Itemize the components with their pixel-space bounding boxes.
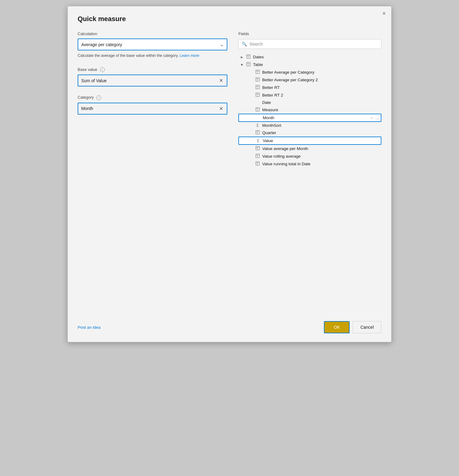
base-value-label: Base value i (78, 67, 227, 72)
better-avg-cat-2-label: Better Average per Category 2 (262, 78, 380, 82)
calculation-value: Average per category (81, 42, 220, 47)
post-idea-link[interactable]: Post an idea (78, 325, 101, 330)
search-input: Search (249, 42, 378, 46)
close-button[interactable]: × (382, 11, 386, 16)
svg-rect-21 (256, 130, 259, 134)
fields-tree: ► Dates ▼ (238, 53, 381, 168)
tree-item-date[interactable]: ► Date (238, 99, 381, 106)
svg-rect-12 (256, 85, 259, 89)
table-icon-measure (255, 107, 260, 112)
svg-rect-3 (247, 62, 250, 66)
better-rt-2-label: Better RT 2 (262, 93, 380, 97)
tree-item-month[interactable]: ► Month − … (238, 114, 381, 122)
value-avg-month-label: Value average per Month (262, 146, 380, 151)
svg-rect-24 (256, 146, 259, 150)
measure-label: Measure (262, 108, 380, 112)
tree-item-value-avg-month[interactable]: ► Value average per Month (238, 145, 381, 152)
tree-item-measure[interactable]: ► Measure (238, 106, 381, 114)
base-value-info-icon: i (100, 67, 105, 72)
ellipsis-icon[interactable]: … (375, 116, 379, 120)
search-icon: 🔍 (242, 42, 247, 46)
calculation-label: Calculation (78, 31, 227, 36)
better-rt-label: Better RT (262, 85, 380, 90)
cancel-button[interactable]: Cancel (353, 321, 381, 333)
tree-item-better-avg-cat[interactable]: ► Better Average per Category (238, 68, 381, 76)
tree-item-better-rt[interactable]: ► Better RT (238, 84, 381, 91)
tree-item-value-running[interactable]: ► Value running total in Date (238, 160, 381, 168)
chevron-down-icon: ⌄ (220, 42, 224, 47)
quarter-label: Quarter (262, 130, 380, 135)
tree-item-better-rt-2[interactable]: ► Better RT 2 (238, 91, 381, 99)
tree-item-better-avg-cat-2[interactable]: ► Better Average per Category 2 (238, 76, 381, 84)
svg-rect-27 (256, 154, 259, 158)
calculation-description: Calculate the average of the base value … (78, 53, 227, 59)
dialog-title: Quick measure (78, 15, 381, 23)
fields-label: Fields (238, 31, 381, 36)
table-icon-value-avg (255, 146, 260, 151)
search-box[interactable]: 🔍 Search (238, 39, 381, 49)
left-panel: Calculation Average per category ⌄ Calcu… (78, 31, 227, 304)
right-panel: Fields 🔍 Search ► (238, 31, 381, 304)
sigma-icon-value: Σ (255, 138, 261, 143)
better-avg-cat-label: Better Average per Category (262, 70, 380, 75)
category-info-icon: i (96, 95, 101, 100)
category-clear-button[interactable]: ✕ (218, 106, 224, 112)
chevron-down-table-icon: ▼ (240, 63, 245, 67)
table-icon-value-rolling (255, 154, 260, 159)
tree-item-value[interactable]: ► Σ Value (238, 137, 381, 145)
tree-item-quarter[interactable]: ► Quarter (238, 129, 381, 137)
table-icon-value-running (255, 161, 260, 167)
category-label: Category i (78, 95, 227, 100)
table-icon-better-rt (255, 85, 260, 90)
table-icon-table (246, 62, 251, 67)
month-label: Month (263, 115, 371, 120)
dash-icon[interactable]: − (371, 116, 373, 120)
tree-item-table[interactable]: ▼ Table (238, 61, 381, 68)
ok-button[interactable]: OK (324, 321, 350, 333)
table-icon-better-avg-cat (255, 70, 260, 75)
table-icon-better-rt-2 (255, 93, 260, 98)
month-action-icons: − … (371, 116, 379, 120)
svg-rect-6 (256, 70, 259, 74)
svg-rect-0 (247, 55, 250, 58)
chevron-right-icon: ► (240, 55, 245, 59)
table-label: Table (253, 62, 380, 67)
category-field[interactable]: Month ✕ (78, 103, 227, 115)
calculation-dropdown[interactable]: Average per category ⌄ (78, 38, 227, 50)
table-icon-dates (246, 54, 251, 60)
tree-item-dates[interactable]: ► Dates (238, 53, 381, 61)
footer-buttons: OK Cancel (324, 321, 381, 333)
monthsort-label: MonthSort (262, 123, 380, 128)
svg-rect-30 (256, 162, 259, 165)
base-value-field[interactable]: Sum of Value ✕ (78, 75, 227, 86)
table-icon-better-avg-cat-2 (255, 77, 260, 82)
dialog-body: Calculation Average per category ⌄ Calcu… (78, 31, 381, 304)
tree-item-monthsort[interactable]: ► Σ MonthSort (238, 122, 381, 129)
learn-more-link[interactable]: Learn more (180, 53, 199, 58)
value-running-label: Value running total in Date (262, 162, 380, 166)
dialog-footer: Post an idea OK Cancel (78, 316, 381, 333)
value-label: Value (263, 138, 379, 143)
base-value-text: Sum of Value (81, 78, 218, 83)
dates-label: Dates (253, 55, 380, 59)
table-icon-quarter (255, 130, 260, 135)
base-value-clear-button[interactable]: ✕ (218, 78, 224, 83)
svg-rect-9 (256, 78, 259, 81)
svg-rect-18 (256, 108, 259, 111)
date-label: Date (262, 100, 380, 105)
category-text: Month (81, 106, 218, 111)
value-rolling-label: Value rolling average (262, 154, 380, 159)
quick-measure-dialog: × Quick measure Calculation Average per … (68, 6, 391, 342)
tree-item-value-rolling[interactable]: ► Value rolling average (238, 152, 381, 160)
sigma-icon-monthsort: Σ (255, 123, 260, 128)
svg-rect-15 (256, 93, 259, 97)
